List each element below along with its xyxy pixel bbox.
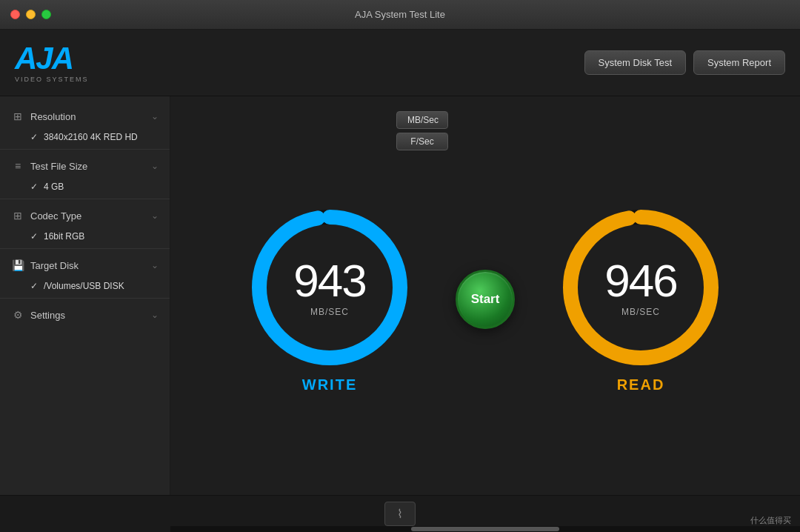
- sidebar-item-codec[interactable]: ⊞ Codec Type ⌄: [0, 203, 170, 228]
- read-gauge-ring: 946 MB/SEC: [559, 206, 722, 369]
- logo-aja: AJA: [15, 43, 73, 74]
- settings-chevron: ⌄: [151, 310, 159, 320]
- write-value: 943: [293, 258, 365, 304]
- top-buttons: System Disk Test System Report: [584, 50, 785, 75]
- write-gauge: 943 MB/SEC WRITE: [248, 206, 411, 393]
- window-controls: [10, 10, 51, 19]
- filesize-check: ✓: [30, 182, 39, 192]
- minimize-button[interactable]: [26, 10, 36, 19]
- sidebar: ⊞ Resolution ⌄ ✓ 3840x2160 4K RED HD ≡ T…: [0, 96, 170, 495]
- start-button[interactable]: Start: [456, 270, 515, 329]
- fsec-button[interactable]: F/Sec: [396, 133, 448, 150]
- divider-1: [0, 149, 170, 150]
- codec-chevron: ⌄: [151, 210, 159, 221]
- resolution-chevron: ⌄: [151, 111, 159, 122]
- start-button-container: Start: [456, 270, 515, 329]
- resolution-icon: ⊞: [11, 110, 24, 123]
- graph-icon: ⌇: [397, 508, 403, 520]
- top-bar: AJA VIDEO SYSTEMS System Disk Test Syste…: [0, 30, 800, 96]
- resolution-label: Resolution: [30, 111, 76, 122]
- read-gauge: 946 MB/SEC READ: [559, 206, 722, 393]
- logo-subtitle: VIDEO SYSTEMS: [15, 76, 89, 83]
- bottom-bar: ⌇ 什么值得买: [0, 495, 800, 532]
- sidebar-item-filesize[interactable]: ≡ Test File Size ⌄: [0, 153, 170, 179]
- app-title: AJA System Test Lite: [355, 9, 445, 20]
- filesize-value: ✓ 4 GB: [0, 179, 170, 195]
- targetdisk-label: Target Disk: [30, 260, 79, 271]
- targetdisk-selected: /Volumes/USB DISK: [44, 281, 124, 291]
- resolution-value: ✓ 3840x2160 4K RED HD: [0, 129, 170, 145]
- write-label: WRITE: [302, 376, 357, 393]
- resolution-check: ✓: [30, 132, 39, 142]
- graph-button[interactable]: ⌇: [384, 502, 416, 526]
- title-bar: AJA System Test Lite: [0, 0, 800, 30]
- disk-icon: 💾: [11, 259, 24, 272]
- divider-2: [0, 199, 170, 199]
- sidebar-item-resolution[interactable]: ⊞ Resolution ⌄: [0, 104, 170, 129]
- settings-icon: ⚙: [11, 308, 24, 322]
- mbsec-button[interactable]: MB/Sec: [396, 111, 448, 129]
- codec-label: Codec Type: [30, 210, 81, 222]
- targetdisk-chevron: ⌄: [151, 260, 159, 270]
- read-gauge-inner: 946 MB/SEC: [559, 206, 722, 369]
- main-layout: ⊞ Resolution ⌄ ✓ 3840x2160 4K RED HD ≡ T…: [0, 96, 800, 495]
- close-button[interactable]: [10, 10, 20, 19]
- divider-4: [0, 298, 170, 299]
- codec-icon: ⊞: [11, 209, 24, 222]
- divider-3: [0, 248, 170, 249]
- write-gauge-ring: 943 MB/SEC: [248, 206, 411, 369]
- read-label: READ: [617, 376, 665, 393]
- scrollbar-thumb: [411, 527, 559, 531]
- codec-value: ✓ 16bit RGB: [0, 228, 170, 245]
- gauges-row: 943 MB/SEC WRITE Start 946: [248, 206, 722, 393]
- write-gauge-inner: 943 MB/SEC: [248, 206, 411, 369]
- maximize-button[interactable]: [41, 10, 51, 19]
- targetdisk-check: ✓: [30, 281, 39, 291]
- codec-check: ✓: [30, 231, 39, 242]
- read-unit: MB/SEC: [621, 307, 660, 317]
- resolution-selected: 3840x2160 4K RED HD: [44, 132, 138, 142]
- units-buttons: MB/Sec F/Sec: [396, 111, 448, 150]
- targetdisk-value: ✓ /Volumes/USB DISK: [0, 278, 170, 294]
- system-report-button[interactable]: System Report: [693, 50, 785, 75]
- read-value: 946: [604, 258, 676, 304]
- logo-area: AJA VIDEO SYSTEMS: [15, 43, 89, 83]
- system-disk-test-button[interactable]: System Disk Test: [584, 50, 686, 75]
- filesize-chevron: ⌄: [151, 161, 159, 171]
- write-unit: MB/SEC: [310, 307, 349, 317]
- codec-selected: 16bit RGB: [44, 231, 84, 242]
- content-area: MB/Sec F/Sec 943 MB/SEC WRITE: [170, 96, 800, 495]
- filesize-selected: 4 GB: [44, 182, 64, 192]
- scrollbar-area[interactable]: [170, 526, 800, 532]
- watermark: 什么值得买: [750, 515, 791, 526]
- sidebar-item-targetdisk[interactable]: 💾 Target Disk ⌄: [0, 253, 170, 278]
- filesize-icon: ≡: [11, 159, 24, 173]
- filesize-label: Test File Size: [30, 161, 87, 172]
- settings-label: Settings: [30, 310, 65, 321]
- sidebar-item-settings[interactable]: ⚙ Settings ⌄: [0, 302, 170, 327]
